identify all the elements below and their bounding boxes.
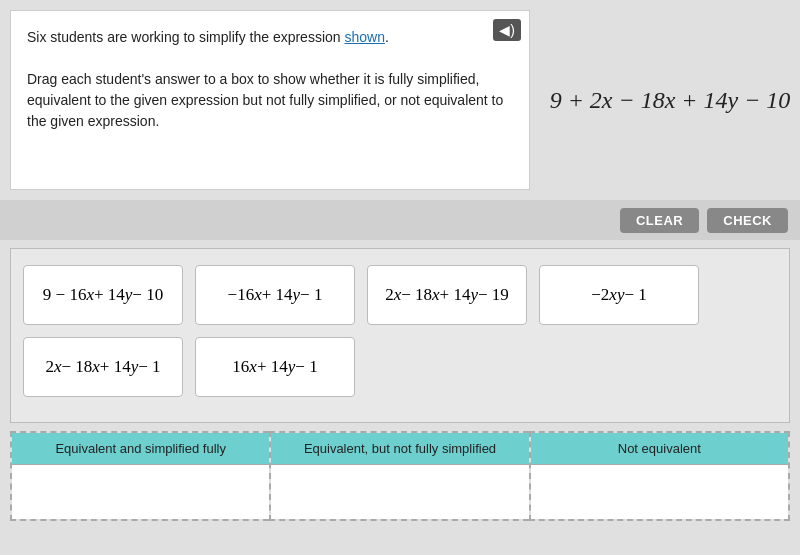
drag-card-card6[interactable]: 16x + 14y − 1 (195, 337, 355, 397)
drop-section: Equivalent and simplified fullyEquivalen… (10, 431, 790, 521)
main-expression: 9 + 2x − 18x + 14y − 10 (550, 87, 791, 114)
speaker-button[interactable]: ◀) (493, 19, 521, 41)
clear-button[interactable]: CLEAR (620, 208, 699, 233)
drop-header-col2: Equivalent, but not fully simplified (271, 433, 528, 465)
speaker-icon: ◀) (499, 22, 515, 38)
drop-column-col1[interactable]: Equivalent and simplified fully (10, 431, 269, 521)
drag-card-card4[interactable]: −2xy − 1 (539, 265, 699, 325)
instructions-text-line1: Six students are working to simplify the… (27, 27, 513, 48)
drop-body-col2[interactable] (271, 465, 528, 519)
shown-link[interactable]: shown (344, 29, 384, 45)
expression-panel: 9 + 2x − 18x + 14y − 10 (540, 0, 800, 200)
drag-area: 9 − 16x + 14y − 10−16x + 14y − 12x − 18x… (10, 248, 790, 423)
instructions-text-line2: Drag each student's answer to a box to s… (27, 69, 513, 132)
drop-body-col3[interactable] (531, 465, 788, 519)
drop-column-col2[interactable]: Equivalent, but not fully simplified (269, 431, 528, 521)
check-button[interactable]: CHECK (707, 208, 788, 233)
drop-column-col3[interactable]: Not equivalent (529, 431, 790, 521)
drop-header-col1: Equivalent and simplified fully (12, 433, 269, 465)
drag-cards-row: 9 − 16x + 14y − 10−16x + 14y − 12x − 18x… (23, 265, 777, 397)
drag-card-card1[interactable]: 9 − 16x + 14y − 10 (23, 265, 183, 325)
drop-body-col1[interactable] (12, 465, 269, 519)
instructions-panel: ◀) Six students are working to simplify … (10, 10, 530, 190)
drag-card-card2[interactable]: −16x + 14y − 1 (195, 265, 355, 325)
drag-card-card3[interactable]: 2x − 18x + 14y − 19 (367, 265, 527, 325)
toolbar: CLEAR CHECK (0, 200, 800, 240)
drag-card-card5[interactable]: 2x − 18x + 14y − 1 (23, 337, 183, 397)
drop-header-col3: Not equivalent (531, 433, 788, 465)
